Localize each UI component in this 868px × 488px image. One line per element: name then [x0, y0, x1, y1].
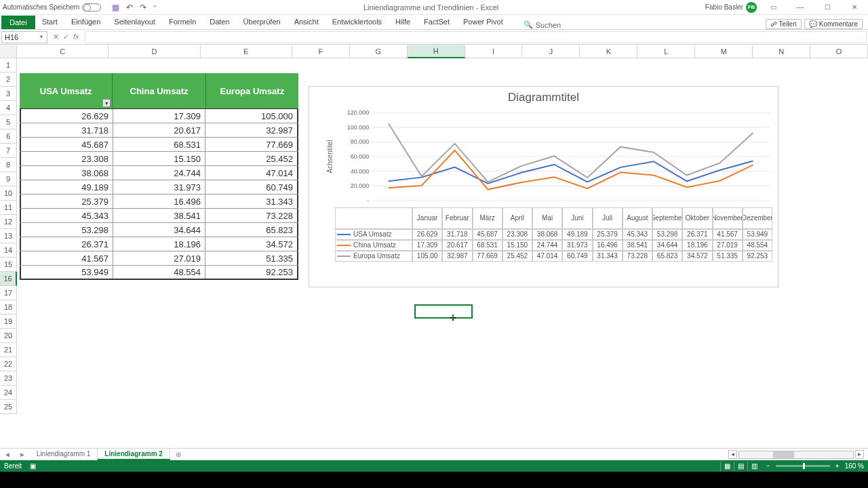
comments-button[interactable]: 💬Kommentare — [804, 19, 863, 29]
table-cell[interactable]: 73.228 — [205, 209, 298, 222]
select-all-corner[interactable] — [0, 45, 17, 58]
column-header[interactable]: I — [465, 45, 523, 58]
table-cell[interactable]: 23.308 — [20, 152, 113, 165]
user-account[interactable]: Fabio Basler FB — [705, 2, 757, 13]
chart-legend-series[interactable]: Europa Umsatz — [335, 251, 412, 262]
row-header[interactable]: 10 — [0, 186, 17, 201]
table-cell[interactable]: 20.617 — [113, 123, 205, 137]
table-cell[interactable]: 26.371 — [20, 237, 113, 251]
row-header[interactable]: 21 — [0, 343, 17, 357]
ribbon-tab-überprüfen[interactable]: Überprüfen — [237, 16, 288, 29]
enter-formula-icon[interactable]: ✓ — [63, 33, 69, 41]
worksheet-grid[interactable]: CDEFGHIJKLMNO 12345678910111213141516171… — [0, 45, 868, 448]
page-break-view-icon[interactable]: ▥ — [747, 462, 761, 471]
table-cell[interactable]: 34.572 — [205, 237, 298, 251]
table-row[interactable]: 25.37916.49631.343 — [20, 195, 298, 209]
row-header[interactable]: 1 — [0, 58, 17, 73]
column-header[interactable]: O — [810, 45, 868, 58]
chart-legend-series[interactable]: USA Umsatz — [335, 229, 412, 240]
table-row[interactable]: 45.68768.53177.669 — [20, 138, 298, 152]
row-header[interactable]: 24 — [0, 386, 17, 400]
table-cell[interactable]: 32.987 — [205, 123, 298, 137]
table-header-cell[interactable]: China Umsatz — [113, 73, 205, 108]
table-cell[interactable]: 77.669 — [205, 138, 298, 151]
cells-area[interactable]: USA Umsatz▼China UmsatzEuropa Umsatz 26.… — [17, 58, 868, 448]
column-header[interactable]: C — [17, 45, 108, 58]
sheet-nav-prev-icon[interactable]: ◄ — [0, 451, 15, 458]
row-header[interactable]: 13 — [0, 229, 17, 243]
chart-legend-series[interactable]: China Umsatz — [335, 240, 412, 251]
table-cell[interactable]: 25.452 — [205, 152, 298, 165]
row-header[interactable]: 6 — [0, 129, 17, 144]
undo-icon[interactable]: ↶ — [126, 3, 133, 12]
table-cell[interactable]: 15.150 — [113, 152, 205, 165]
share-button[interactable]: ☍Teilen — [766, 19, 802, 29]
table-cell[interactable]: 24.744 — [113, 166, 205, 180]
row-header[interactable]: 11 — [0, 201, 17, 215]
ribbon-tab-hilfe[interactable]: Hilfe — [389, 16, 417, 29]
table-header-cell[interactable]: USA Umsatz▼ — [20, 73, 113, 108]
horizontal-scrollbar[interactable] — [738, 451, 854, 459]
ribbon-tab-datei[interactable]: Datei — [1, 16, 35, 29]
add-sheet-button[interactable]: ⊕ — [170, 449, 186, 460]
chart-plot-area[interactable]: Achsentitel 120.000100.00080.00060.00040… — [335, 107, 772, 206]
macro-record-icon[interactable]: ▣ — [30, 462, 36, 470]
scroll-left-icon[interactable]: ◄ — [728, 450, 737, 459]
formula-input[interactable] — [85, 31, 867, 43]
ribbon-tab-seitenlayout[interactable]: Seitenlayout — [107, 16, 162, 29]
row-header[interactable]: 3 — [0, 87, 17, 101]
chart-title[interactable]: Diagrammtitel — [309, 87, 778, 106]
table-row[interactable]: 26.37118.19634.572 — [20, 237, 298, 251]
name-box[interactable]: H16 ▼ — [1, 31, 47, 43]
normal-view-icon[interactable]: ▦ — [720, 462, 734, 471]
table-cell[interactable]: 27.019 — [113, 251, 205, 265]
column-header[interactable]: D — [108, 45, 200, 58]
row-header[interactable]: 8 — [0, 158, 17, 172]
zoom-out-icon[interactable]: − — [766, 462, 770, 470]
table-cell[interactable]: 68.531 — [113, 138, 205, 151]
zoom-level[interactable]: 160 % — [845, 462, 864, 470]
table-row[interactable]: 38.06824.74447.014 — [20, 166, 298, 180]
table-row[interactable]: 53.94948.55492.253 — [20, 266, 298, 280]
row-header[interactable]: 19 — [0, 314, 17, 329]
line-chart[interactable]: Diagrammtitel Achsentitel 120.000100.000… — [309, 86, 778, 287]
sheet-nav-next-icon[interactable]: ► — [15, 451, 30, 458]
ribbon-options-icon[interactable]: ▭ — [762, 1, 784, 14]
redo-icon[interactable]: ↷ — [140, 3, 146, 12]
table-cell[interactable]: 92.253 — [205, 266, 298, 279]
row-header[interactable]: 12 — [0, 215, 17, 229]
maximize-icon[interactable]: ☐ — [816, 1, 838, 14]
column-header[interactable]: N — [753, 45, 810, 58]
table-header-cell[interactable]: Europa Umsatz — [206, 73, 298, 108]
table-cell[interactable]: 65.823 — [205, 223, 298, 237]
minimize-icon[interactable]: — — [789, 1, 811, 14]
table-row[interactable]: 26.62917.309105.000 — [20, 109, 298, 123]
row-header[interactable]: 22 — [0, 357, 17, 371]
table-cell[interactable]: 49.189 — [20, 180, 113, 194]
table-cell[interactable]: 16.496 — [113, 195, 205, 208]
table-cell[interactable]: 60.749 — [205, 180, 298, 194]
column-header[interactable]: J — [522, 45, 580, 58]
autosave-toggle[interactable]: Automatisches Speichern — [3, 3, 101, 12]
save-icon[interactable]: ▦ — [112, 3, 119, 12]
table-row[interactable]: 49.18931.97360.749 — [20, 180, 298, 195]
table-cell[interactable]: 51.335 — [205, 251, 298, 265]
column-header[interactable]: G — [350, 45, 408, 58]
column-header[interactable]: K — [580, 45, 637, 58]
row-header[interactable]: 17 — [0, 286, 17, 300]
table-cell[interactable]: 47.014 — [205, 166, 298, 180]
zoom-in-icon[interactable]: + — [835, 462, 840, 470]
table-cell[interactable]: 17.309 — [113, 109, 205, 123]
table-cell[interactable]: 31.973 — [113, 180, 205, 194]
ribbon-tab-power pivot[interactable]: Power Pivot — [456, 16, 510, 29]
table-cell[interactable]: 53.949 — [20, 266, 113, 279]
chart-data-table[interactable]: JanuarFebruarMärzAprilMaiJuniJuliAugustS… — [335, 207, 772, 262]
row-header[interactable]: 20 — [0, 329, 17, 343]
y-axis-title[interactable]: Achsentitel — [326, 140, 334, 174]
ribbon-tab-entwicklertools[interactable]: Entwicklertools — [326, 16, 389, 29]
table-row[interactable]: 31.71820.61732.987 — [20, 123, 298, 138]
table-cell[interactable]: 34.644 — [113, 223, 205, 237]
ribbon-tab-einfügen[interactable]: Einfügen — [64, 16, 107, 29]
ribbon-tab-start[interactable]: Start — [35, 16, 64, 29]
row-header[interactable]: 9 — [0, 172, 17, 186]
